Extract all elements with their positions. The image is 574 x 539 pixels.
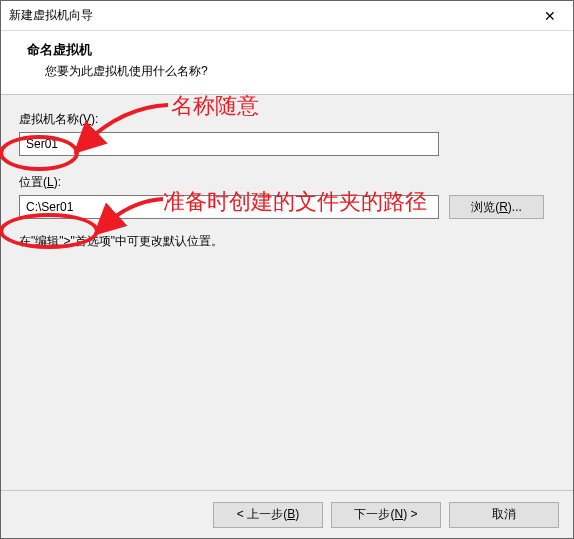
wizard-footer: < 上一步(B) 下一步(N) > 取消 bbox=[1, 490, 573, 538]
wizard-window: 新建虚拟机向导 ✕ 命名虚拟机 您要为此虚拟机使用什么名称? 虚拟机名称(V):… bbox=[0, 0, 574, 539]
location-label: 位置(L): bbox=[19, 174, 555, 191]
location-input[interactable] bbox=[19, 195, 439, 219]
cancel-button[interactable]: 取消 bbox=[449, 502, 559, 528]
header-title: 命名虚拟机 bbox=[27, 41, 553, 59]
vm-name-label: 虚拟机名称(V): bbox=[19, 111, 555, 128]
back-button[interactable]: < 上一步(B) bbox=[213, 502, 323, 528]
browse-button[interactable]: 浏览(R)... bbox=[449, 195, 544, 219]
close-icon: ✕ bbox=[544, 8, 556, 24]
default-location-hint: 在"编辑">"首选项"中可更改默认位置。 bbox=[19, 233, 555, 250]
close-button[interactable]: ✕ bbox=[527, 1, 573, 30]
next-button[interactable]: 下一步(N) > bbox=[331, 502, 441, 528]
window-title: 新建虚拟机向导 bbox=[1, 7, 93, 24]
header-subtitle: 您要为此虚拟机使用什么名称? bbox=[27, 63, 553, 80]
vm-name-input[interactable] bbox=[19, 132, 439, 156]
wizard-header: 命名虚拟机 您要为此虚拟机使用什么名称? bbox=[1, 31, 573, 95]
wizard-body: 虚拟机名称(V): 位置(L): 浏览(R)... 在"编辑">"首选项"中可更… bbox=[1, 95, 573, 490]
titlebar: 新建虚拟机向导 ✕ bbox=[1, 1, 573, 31]
